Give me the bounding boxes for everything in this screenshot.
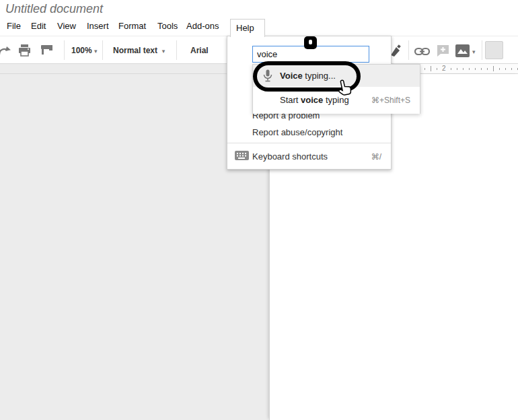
align-left-button[interactable]	[485, 41, 503, 59]
keyboard-icon	[235, 151, 249, 162]
shortcut-label: ⌘/	[371, 152, 381, 162]
microphone-icon	[263, 69, 272, 85]
menu-help-label: Help	[236, 23, 254, 33]
result-voice-typing-label: Voice typing...	[280, 71, 336, 81]
menu-item-keyboard-shortcuts[interactable]: Keyboard shortcuts ⌘/	[227, 147, 391, 167]
menu-file[interactable]: File	[7, 21, 21, 31]
insert-comment-icon[interactable]	[437, 44, 449, 60]
menu-item-report-abuse[interactable]: Report abuse/copyright	[227, 124, 391, 141]
image-dropdown-caret-icon[interactable]: ▾	[472, 48, 476, 55]
menu-addons[interactable]: Add-ons	[186, 21, 219, 31]
align-center-button[interactable]	[505, 41, 518, 59]
font-select[interactable]: Arial	[190, 46, 209, 55]
spelling-pen-icon[interactable]	[390, 44, 402, 59]
zoom-select[interactable]: 100% ▾	[71, 46, 98, 55]
toolbar-divider	[408, 40, 409, 60]
toolbar-divider	[176, 40, 177, 60]
align-center-icon	[509, 46, 518, 58]
toolbar-divider	[482, 40, 482, 60]
paint-format-icon[interactable]	[40, 44, 53, 59]
insert-link-icon[interactable]	[414, 46, 430, 59]
toolbar-divider	[64, 40, 65, 60]
menu-insert[interactable]: Insert	[87, 21, 109, 31]
click-marker-annotation	[304, 36, 317, 49]
menu-format[interactable]: Format	[118, 21, 146, 31]
styles-select[interactable]: Normal text ▾	[113, 46, 165, 55]
click-marker-dot	[309, 40, 312, 44]
menu-divider	[227, 143, 391, 143]
document-title[interactable]: Untitled document	[5, 2, 103, 16]
redo-icon[interactable]	[0, 46, 11, 58]
print-icon[interactable]	[18, 44, 31, 59]
menu-help-active[interactable]: Help	[230, 19, 265, 37]
insert-image-icon[interactable]	[455, 44, 470, 60]
toolbar-divider	[102, 40, 103, 60]
ruler-number: 2	[442, 65, 446, 72]
menu-view[interactable]: View	[57, 21, 76, 31]
result-start-voice-typing[interactable]: Start voice typing ⌘+Shift+S	[253, 87, 420, 114]
chevron-down-icon: ▾	[162, 48, 165, 55]
menu-edit[interactable]: Edit	[31, 21, 46, 31]
menu-tools[interactable]: Tools	[157, 21, 178, 31]
shortcut-label: ⌘+Shift+S	[371, 96, 410, 105]
google-docs-window: Untitled document File Edit View Insert …	[0, 0, 518, 420]
chevron-down-icon: ▾	[94, 48, 98, 55]
